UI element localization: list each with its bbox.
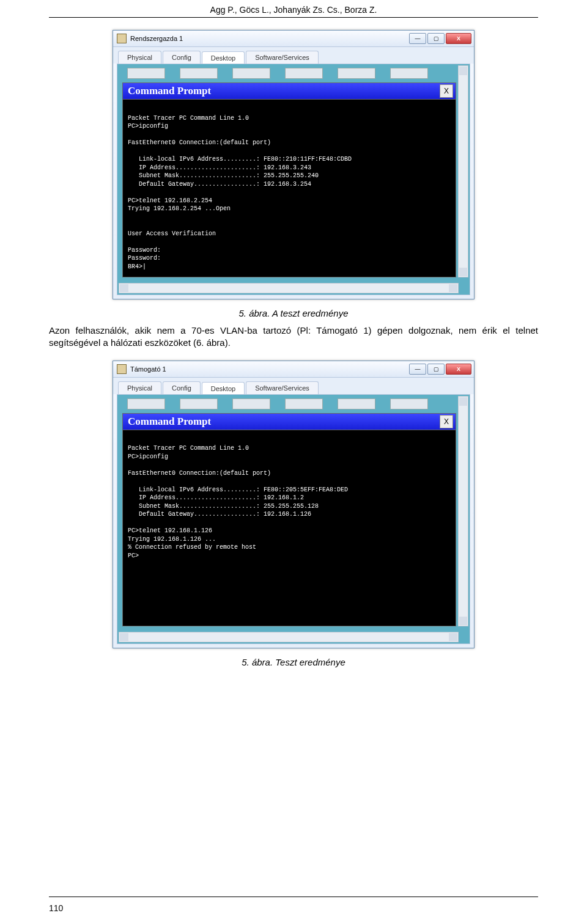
app-icon — [285, 68, 323, 79]
vertical-scrollbar[interactable] — [458, 65, 468, 277]
app-icon — [285, 398, 323, 409]
app-icon — [127, 68, 165, 79]
minimize-button[interactable]: — — [409, 33, 426, 44]
tab-config[interactable]: Config — [163, 381, 201, 394]
horizontal-scrollbar[interactable] — [119, 283, 459, 293]
app-icon — [232, 398, 270, 409]
close-button[interactable]: X — [446, 33, 471, 44]
cmd-titlebar: Command Prompt X — [123, 83, 456, 100]
figure-2: Támogató 1 — ▢ X Physical Config Desktop… — [49, 361, 538, 648]
app-icon — [338, 398, 375, 409]
desktop-area: Command Prompt X Packet Tracer PC Comman… — [117, 64, 470, 295]
vertical-scrollbar[interactable] — [458, 396, 468, 626]
window-buttons: — ▢ X — [409, 364, 471, 375]
figure-2-caption: 5. ábra. Teszt eredménye — [49, 657, 538, 667]
footer-rule — [49, 897, 538, 897]
maximize-button[interactable]: ▢ — [427, 33, 445, 44]
body-paragraph: Azon felhasználók, akik nem a 70-es VLAN… — [49, 324, 538, 350]
cmd-close-button[interactable]: X — [440, 415, 453, 428]
app-window-1: Rendszergazda 1 — ▢ X Physical Config De… — [113, 30, 474, 299]
horizontal-scrollbar[interactable] — [119, 632, 459, 642]
tab-software[interactable]: Software/Services — [246, 381, 319, 394]
command-prompt-window: Command Prompt X Packet Tracer PC Comman… — [122, 413, 456, 626]
window-titlebar: Rendszergazda 1 — ▢ X — [113, 31, 474, 47]
command-prompt-window: Command Prompt X Packet Tracer PC Comman… — [122, 82, 456, 277]
maximize-button[interactable]: ▢ — [427, 364, 445, 375]
tab-bar: Physical Config Desktop Software/Service… — [113, 378, 474, 394]
tab-desktop[interactable]: Desktop — [202, 51, 245, 64]
app-icon — [390, 68, 428, 79]
pc-icon — [117, 364, 127, 374]
cmd-title-text: Command Prompt — [128, 416, 211, 428]
tab-physical[interactable]: Physical — [118, 381, 161, 394]
tab-physical[interactable]: Physical — [118, 51, 161, 64]
document-page: Agg P., Göcs L., Johanyák Zs. Cs., Borza… — [0, 0, 587, 924]
cmd-titlebar: Command Prompt X — [123, 414, 456, 430]
window-title: Rendszergazda 1 — [130, 35, 409, 42]
app-icon-row — [121, 68, 466, 80]
app-icon — [180, 68, 218, 79]
cmd-title-text: Command Prompt — [128, 85, 211, 97]
app-icon-row — [121, 398, 466, 411]
header-rule — [49, 17, 538, 18]
app-window-2: Támogató 1 — ▢ X Physical Config Desktop… — [113, 361, 474, 648]
page-number: 110 — [49, 903, 63, 913]
tab-desktop[interactable]: Desktop — [202, 382, 245, 395]
minimize-button[interactable]: — — [409, 364, 426, 375]
app-icon — [390, 398, 428, 409]
figure-1: Rendszergazda 1 — ▢ X Physical Config De… — [49, 30, 538, 299]
terminal-output[interactable]: Packet Tracer PC Command Line 1.0 PC>ipc… — [123, 100, 456, 277]
window-buttons: — ▢ X — [409, 33, 471, 44]
app-icon — [232, 68, 270, 79]
tab-config[interactable]: Config — [163, 51, 201, 64]
terminal-output[interactable]: Packet Tracer PC Command Line 1.0 PC>ipc… — [123, 430, 456, 626]
app-icon — [127, 398, 165, 409]
tab-software[interactable]: Software/Services — [246, 51, 319, 64]
window-title: Támogató 1 — [130, 365, 409, 373]
app-icon — [180, 398, 218, 409]
cmd-close-button[interactable]: X — [440, 84, 453, 98]
window-titlebar: Támogató 1 — ▢ X — [113, 361, 474, 378]
tab-bar: Physical Config Desktop Software/Service… — [113, 47, 474, 64]
close-button[interactable]: X — [446, 364, 471, 375]
app-icon — [338, 68, 375, 79]
desktop-area: Command Prompt X Packet Tracer PC Comman… — [117, 394, 470, 644]
figure-1-caption: 5. ábra. A teszt eredménye — [49, 308, 538, 318]
pc-icon — [117, 34, 127, 43]
page-header-authors: Agg P., Göcs L., Johanyák Zs. Cs., Borza… — [49, 0, 538, 17]
